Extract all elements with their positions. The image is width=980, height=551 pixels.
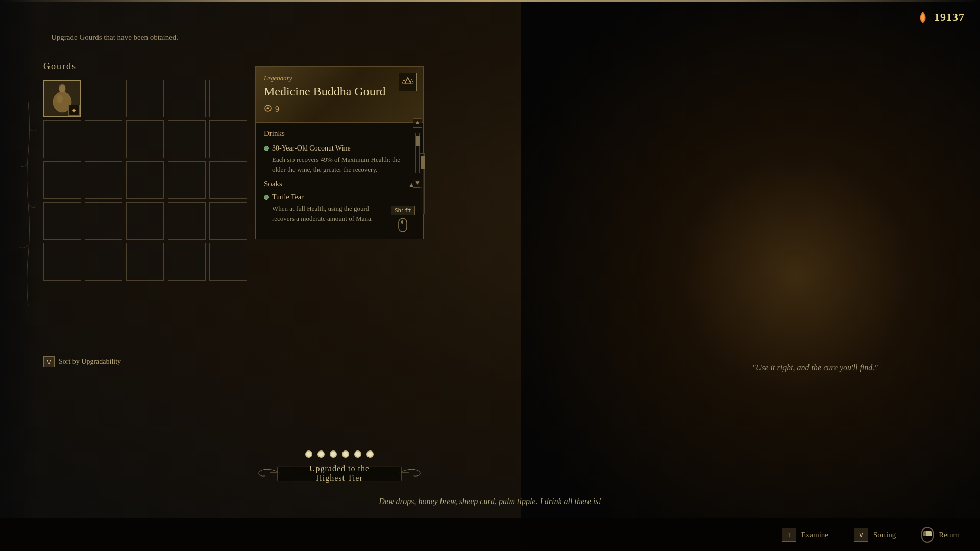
left-decoration bbox=[18, 102, 38, 308]
gourd-slot-23[interactable] bbox=[168, 243, 206, 281]
soaks-section: Soaks ▲ Turtle Tear When at full Health,… bbox=[264, 180, 415, 233]
tier-dot-1 bbox=[305, 450, 312, 458]
gourd-slot-6[interactable] bbox=[85, 120, 122, 158]
tier-dot-5 bbox=[354, 450, 361, 458]
drink-description: Each sip recovers 49% of Maximum Health;… bbox=[264, 155, 415, 174]
gourd-slot-24[interactable] bbox=[209, 243, 247, 281]
examine-action[interactable]: T Examine bbox=[782, 528, 828, 542]
soak-item: Turtle Tear When at full Health, using t… bbox=[264, 193, 415, 233]
item-detail-body: Drinks 30-Year-Old Coconut Wine Each sip… bbox=[256, 123, 423, 239]
svg-point-2 bbox=[57, 95, 63, 103]
item-detail-panel: Legendary Medicine Buddha Gourd 9 ▲ bbox=[255, 66, 424, 239]
bottom-action-bar: T Examine V Sorting Return bbox=[0, 518, 980, 551]
tier-dot-2 bbox=[317, 450, 325, 458]
gourd-slot-14[interactable] bbox=[209, 161, 247, 199]
gourd-slot-5[interactable] bbox=[43, 120, 81, 158]
gourd-slot-7[interactable] bbox=[126, 120, 164, 158]
rarity-badge bbox=[399, 73, 417, 91]
sorting-key: V bbox=[854, 528, 868, 542]
drink-name: 30-Year-Old Coconut Wine bbox=[264, 144, 415, 153]
flavor-text: Dew drops, honey brew, sheep curd, palm … bbox=[379, 497, 601, 506]
gourd-slot-10[interactable] bbox=[43, 161, 81, 199]
gourd-slot-12[interactable] bbox=[126, 161, 164, 199]
item-name: Medicine Buddha Gourd bbox=[264, 84, 415, 99]
gourd-slot-13[interactable] bbox=[168, 161, 206, 199]
gourd-item: ✦ bbox=[47, 83, 78, 114]
tier-dot-6 bbox=[366, 450, 374, 458]
soak-dot-icon bbox=[264, 195, 269, 200]
soaks-section-title: Soaks bbox=[264, 180, 282, 190]
sorting-action[interactable]: V Sorting bbox=[854, 528, 896, 542]
charge-icon bbox=[264, 104, 272, 114]
detail-panel-scrollbar bbox=[420, 153, 425, 214]
sorting-label: Sorting bbox=[873, 531, 896, 539]
gourd-slot-11[interactable] bbox=[85, 161, 122, 199]
drink-item: 30-Year-Old Coconut Wine Each sip recove… bbox=[264, 144, 415, 174]
return-label: Return bbox=[939, 531, 960, 539]
mouse-scroll-icon bbox=[397, 217, 408, 233]
sort-button[interactable]: V Sort by Upgradability bbox=[43, 356, 121, 367]
shift-key-indicator: Shift bbox=[391, 206, 415, 215]
gourd-slot-0[interactable]: ✦ bbox=[43, 80, 81, 117]
gourd-slot-1[interactable] bbox=[85, 80, 122, 117]
examine-label: Examine bbox=[801, 531, 828, 539]
item-header: Legendary Medicine Buddha Gourd 9 bbox=[256, 67, 423, 123]
gourd-slot-17[interactable] bbox=[126, 202, 164, 240]
currency-display: 19137 bbox=[916, 10, 965, 24]
drink-dot-icon bbox=[264, 146, 269, 151]
gourd-slot-22[interactable] bbox=[126, 243, 164, 281]
tier-dot-3 bbox=[330, 450, 337, 458]
gourds-panel: Gourds ✦ bbox=[43, 61, 248, 281]
gourd-slot-3[interactable] bbox=[168, 80, 206, 117]
charge-count: 9 bbox=[275, 105, 279, 114]
gourd-slot-4[interactable] bbox=[209, 80, 247, 117]
gourd-grid: ✦ bbox=[43, 80, 248, 281]
return-mouse-icon bbox=[921, 527, 934, 543]
tier-dot-4 bbox=[342, 450, 349, 458]
svg-text:✦: ✦ bbox=[71, 108, 77, 114]
sort-label: Sort by Upgradability bbox=[59, 358, 121, 366]
item-charges: 9 bbox=[264, 104, 415, 114]
currency-value: 19137 bbox=[934, 11, 965, 24]
sort-key: V bbox=[43, 356, 55, 367]
item-rarity: Legendary bbox=[264, 74, 415, 82]
gourd-slot-21[interactable] bbox=[85, 243, 122, 281]
item-quote: "Use it right, and the cure you'll find.… bbox=[752, 363, 878, 372]
scroll-up-btn[interactable]: ▲ bbox=[413, 118, 422, 128]
tier-dots bbox=[255, 450, 424, 458]
currency-icon bbox=[916, 10, 930, 24]
gourd-slot-20[interactable] bbox=[43, 243, 81, 281]
upgrade-section: Upgraded to the Highest Tier bbox=[255, 450, 424, 485]
return-action[interactable]: Return bbox=[921, 527, 960, 543]
soaks-header: Soaks ▲ bbox=[264, 180, 415, 190]
gourd-rarity-symbol: ✦ bbox=[68, 105, 80, 116]
gourd-slot-9[interactable] bbox=[209, 120, 247, 158]
gourd-slot-2[interactable] bbox=[126, 80, 164, 117]
drinks-section-title: Drinks bbox=[264, 129, 415, 140]
examine-key: T bbox=[782, 528, 796, 542]
gourd-slot-16[interactable] bbox=[85, 202, 122, 240]
svg-rect-6 bbox=[401, 220, 403, 224]
soak-description: When at full Health, using the gourd rec… bbox=[264, 204, 388, 223]
gourd-slot-18[interactable] bbox=[168, 202, 206, 240]
panel-title: Gourds bbox=[43, 61, 248, 72]
page-instruction: Upgrade Gourds that have been obtained. bbox=[51, 33, 178, 42]
gourd-slot-15[interactable] bbox=[43, 202, 81, 240]
gourd-slot-8[interactable] bbox=[168, 120, 206, 158]
svg-rect-5 bbox=[399, 218, 407, 232]
upgrade-status-text: Upgraded to the Highest Tier bbox=[309, 464, 370, 482]
soak-name: Turtle Tear bbox=[264, 193, 415, 202]
gourd-slot-19[interactable] bbox=[209, 202, 247, 240]
